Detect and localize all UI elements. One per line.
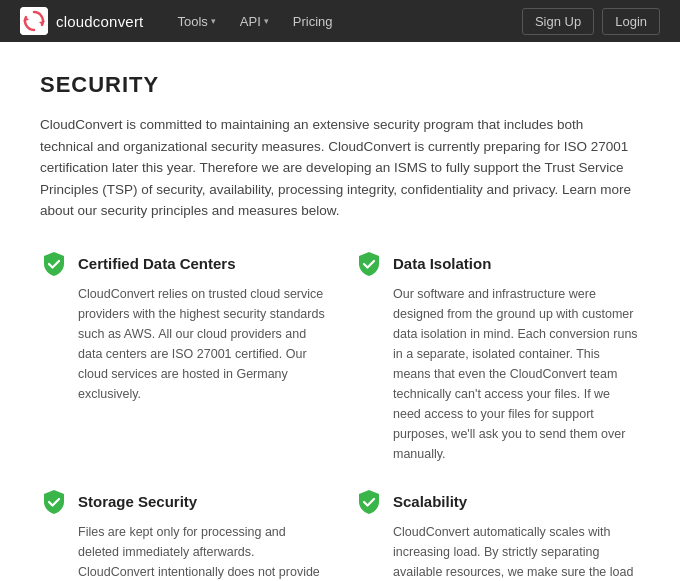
feature-header: Storage Security <box>40 488 325 516</box>
signup-button[interactable]: Sign Up <box>522 8 594 35</box>
feature-item-3: Scalability CloudConvert automatically s… <box>355 488 640 581</box>
nav-tools[interactable]: Tools ▾ <box>167 8 225 35</box>
nav-left: cloudconvert Tools ▾ API ▾ Pricing <box>20 7 343 35</box>
feature-header: Certified Data Centers <box>40 250 325 278</box>
nav-menu: Tools ▾ API ▾ Pricing <box>167 8 342 35</box>
feature-item-1: Data Isolation Our software and infrastr… <box>355 250 640 464</box>
navbar: cloudconvert Tools ▾ API ▾ Pricing Sign … <box>0 0 680 42</box>
shield-check-icon <box>40 250 68 278</box>
feature-header: Scalability <box>355 488 640 516</box>
logo-text: cloudconvert <box>56 13 143 30</box>
feature-item-0: Certified Data Centers CloudConvert reli… <box>40 250 325 464</box>
logo-icon <box>20 7 48 35</box>
main-content: SECURITY CloudConvert is committed to ma… <box>0 42 680 581</box>
feature-item-2: Storage Security Files are kept only for… <box>40 488 325 581</box>
shield-check-icon <box>40 488 68 516</box>
feature-desc: Our software and infrastructure were des… <box>355 284 640 464</box>
nav-api[interactable]: API ▾ <box>230 8 279 35</box>
feature-title: Scalability <box>393 493 467 510</box>
chevron-down-icon: ▾ <box>211 16 216 26</box>
logo[interactable]: cloudconvert <box>20 7 143 35</box>
logo-svg <box>20 7 48 35</box>
feature-header: Data Isolation <box>355 250 640 278</box>
feature-title: Data Isolation <box>393 255 491 272</box>
nav-right: Sign Up Login <box>522 8 660 35</box>
feature-desc: Files are kept only for processing and d… <box>40 522 325 581</box>
nav-pricing[interactable]: Pricing <box>283 8 343 35</box>
shield-check-icon <box>355 250 383 278</box>
feature-title: Certified Data Centers <box>78 255 236 272</box>
shield-check-icon <box>355 488 383 516</box>
features-grid: Certified Data Centers CloudConvert reli… <box>40 250 640 581</box>
feature-title: Storage Security <box>78 493 197 510</box>
page-intro: CloudConvert is committed to maintaining… <box>40 114 640 222</box>
page-title: SECURITY <box>40 72 640 98</box>
feature-desc: CloudConvert relies on trusted cloud ser… <box>40 284 325 404</box>
login-button[interactable]: Login <box>602 8 660 35</box>
feature-desc: CloudConvert automatically scales with i… <box>355 522 640 581</box>
chevron-down-icon: ▾ <box>264 16 269 26</box>
